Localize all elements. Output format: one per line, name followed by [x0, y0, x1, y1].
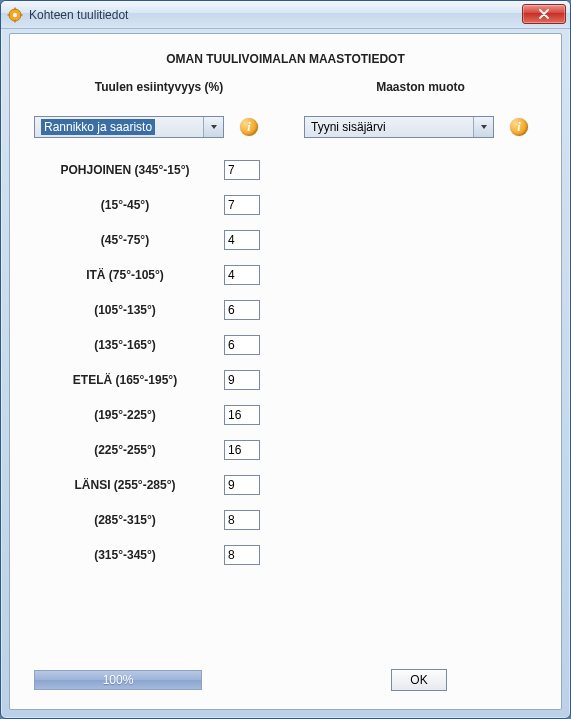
row-label: (195°-225°)	[34, 408, 224, 422]
svg-point-1	[13, 12, 17, 16]
value-input[interactable]	[224, 230, 260, 250]
row-label: ETELÄ (165°-195°)	[34, 373, 224, 387]
value-input[interactable]	[224, 405, 260, 425]
page-heading: OMAN TUULIVOIMALAN MAASTOTIEDOT	[34, 52, 537, 66]
row-pohjoinen: POHJOINEN (345°-15°)	[34, 160, 284, 180]
row-label: (285°-315°)	[34, 513, 224, 527]
row-label: (315°-345°)	[34, 548, 224, 562]
close-button[interactable]	[522, 4, 566, 24]
value-input[interactable]	[224, 475, 260, 495]
info-icon[interactable]: i	[240, 118, 258, 136]
row-label: LÄNSI (255°-285°)	[34, 478, 224, 492]
value-input[interactable]	[224, 300, 260, 320]
dialog-window: Kohteen tuulitiedot OMAN TUULIVOIMALAN M…	[0, 0, 571, 719]
row-label: ITÄ (75°-105°)	[34, 268, 224, 282]
select-value: Rannikko ja saaristo	[41, 119, 155, 135]
row-label: (15°-45°)	[34, 198, 224, 212]
value-input[interactable]	[224, 335, 260, 355]
row-lansi: LÄNSI (255°-285°)	[34, 475, 284, 495]
titlebar[interactable]: Kohteen tuulitiedot	[1, 1, 570, 29]
row-15-45: (15°-45°)	[34, 195, 284, 215]
column-right: Maaston muoto Tyyni sisäjärvi i	[304, 80, 537, 580]
left-select-row: Rannikko ja saaristo i	[34, 116, 284, 138]
value-input[interactable]	[224, 265, 260, 285]
row-ita: ITÄ (75°-105°)	[34, 265, 284, 285]
wind-occurrence-select[interactable]: Rannikko ja saaristo	[34, 116, 224, 138]
close-icon	[539, 9, 549, 19]
terrain-shape-select[interactable]: Tyyni sisäjärvi	[304, 116, 494, 138]
row-195-225: (195°-225°)	[34, 405, 284, 425]
column-left: Tuulen esiintyvyys (%) Rannikko ja saari…	[34, 80, 284, 580]
row-etela: ETELÄ (165°-195°)	[34, 370, 284, 390]
right-select-row: Tyyni sisäjärvi i	[304, 116, 537, 138]
row-315-345: (315°-345°)	[34, 545, 284, 565]
app-icon	[7, 7, 23, 23]
row-label: POHJOINEN (345°-15°)	[34, 163, 224, 177]
right-subhead: Maaston muoto	[304, 80, 537, 94]
footer: 100% OK	[34, 669, 537, 691]
row-105-135: (105°-135°)	[34, 300, 284, 320]
left-subhead: Tuulen esiintyvyys (%)	[34, 80, 284, 94]
value-input[interactable]	[224, 195, 260, 215]
progress-text: 100%	[103, 673, 134, 687]
value-input[interactable]	[224, 510, 260, 530]
ok-button[interactable]: OK	[391, 669, 447, 691]
chevron-down-icon	[473, 117, 493, 137]
ok-label: OK	[410, 673, 427, 687]
select-value: Tyyni sisäjärvi	[311, 120, 386, 134]
window-title: Kohteen tuulitiedot	[29, 8, 128, 22]
row-45-75: (45°-75°)	[34, 230, 284, 250]
row-label: (105°-135°)	[34, 303, 224, 317]
client-area: OMAN TUULIVOIMALAN MAASTOTIEDOT Tuulen e…	[9, 33, 562, 710]
row-label: (135°-165°)	[34, 338, 224, 352]
direction-rows: POHJOINEN (345°-15°) (15°-45°) (45°-75°)…	[34, 160, 284, 565]
value-input[interactable]	[224, 545, 260, 565]
row-225-255: (225°-255°)	[34, 440, 284, 460]
chevron-down-icon	[203, 117, 223, 137]
value-input[interactable]	[224, 370, 260, 390]
progress-bar: 100%	[34, 670, 202, 690]
columns: Tuulen esiintyvyys (%) Rannikko ja saari…	[34, 80, 537, 580]
row-label: (225°-255°)	[34, 443, 224, 457]
value-input[interactable]	[224, 440, 260, 460]
row-label: (45°-75°)	[34, 233, 224, 247]
value-input[interactable]	[224, 160, 260, 180]
info-icon[interactable]: i	[510, 118, 528, 136]
row-285-315: (285°-315°)	[34, 510, 284, 530]
row-135-165: (135°-165°)	[34, 335, 284, 355]
